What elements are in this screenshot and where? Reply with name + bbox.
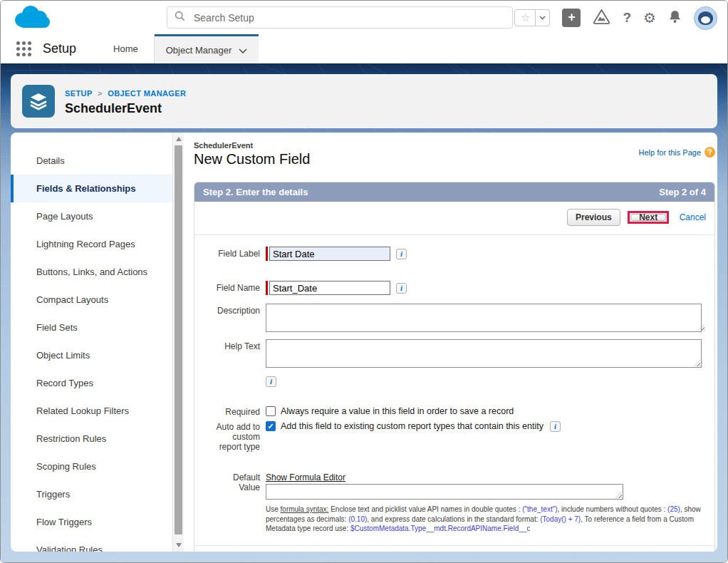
help-for-this-page-link[interactable]: Help for this Page ? — [639, 147, 715, 157]
page-header: SchedulerEvent New Custom Field Help for… — [194, 141, 715, 167]
description-label: Description — [203, 304, 260, 316]
sidebar-item-page-layouts[interactable]: Page Layouts — [11, 202, 184, 230]
info-icon[interactable]: i — [550, 421, 561, 432]
sidebar-item-validation-rules[interactable]: Validation Rules — [11, 536, 184, 552]
setup-canvas: SETUP > OBJECT MANAGER SchedulerEvent De… — [1, 63, 727, 562]
setup-gear-icon[interactable]: ⚙ — [643, 11, 656, 25]
salesforce-cloud-logo[interactable] — [12, 4, 51, 33]
default-value-textarea[interactable] — [266, 484, 623, 500]
setup-nav-bar: Setup Home Object Manager — [1, 34, 727, 63]
global-actions: ☆ + ? ⚙ — [514, 6, 717, 30]
sidebar-item-compact-layouts[interactable]: Compact Layouts — [11, 286, 184, 314]
main-panel: SchedulerEvent New Custom Field Help for… — [184, 133, 717, 552]
app-launcher-icon[interactable] — [16, 41, 31, 56]
required-indicator — [266, 247, 268, 261]
hint-token[interactable]: (0.10) — [348, 515, 367, 523]
sidebar-item-buttons-links-and-actions[interactable]: Buttons, Links, and Actions — [11, 258, 184, 286]
sidebar-item-restriction-rules[interactable]: Restriction Rules — [11, 425, 184, 453]
help-question-icon[interactable]: ? — [623, 10, 631, 26]
sidebar-nav: DetailsFields & RelationshipsPage Layout… — [11, 147, 184, 552]
help-orange-icon: ? — [704, 147, 715, 157]
sidebar-scrollbar[interactable] — [172, 133, 184, 552]
object-layers-icon — [22, 85, 55, 118]
cancel-link[interactable]: Cancel — [680, 212, 706, 222]
formula-syntax-link[interactable]: formula syntax: — [281, 505, 329, 513]
sidebar-item-lightning-record-pages[interactable]: Lightning Record Pages — [11, 230, 184, 258]
hint-text: , include numbers without quotes : — [558, 505, 668, 513]
global-search-input[interactable]: Search Setup — [167, 6, 513, 29]
sidebar-item-scoping-rules[interactable]: Scoping Rules — [11, 453, 184, 480]
next-button-highlight: Next — [628, 211, 669, 224]
help-link-label: Help for this Page — [639, 148, 701, 157]
search-icon — [175, 11, 185, 24]
previous-button[interactable]: Previous — [567, 209, 620, 226]
sidebar-item-record-types[interactable]: Record Types — [11, 369, 184, 397]
app-window: Search Setup ☆ + ? ⚙ — [0, 0, 728, 563]
wizard-form: Field Label i Field Name i — [194, 235, 714, 545]
wizard-box: Step 2. Enter the details Step 2 of 4 Pr… — [194, 182, 715, 552]
field-name-input[interactable] — [269, 281, 390, 295]
default-value-label: Default Value — [220, 470, 260, 492]
formula-syntax-hint: Use formula syntax: Enclose text and pic… — [266, 505, 706, 534]
notifications-bell-icon[interactable] — [668, 9, 682, 27]
required-checkbox[interactable] — [266, 406, 276, 416]
description-textarea[interactable] — [266, 304, 702, 332]
favorites-dropdown-icon[interactable] — [536, 9, 550, 26]
tab-home[interactable]: Home — [98, 34, 155, 63]
required-checkbox-label: Always require a value in this field in … — [281, 406, 514, 416]
hint-token[interactable]: ("the_text") — [522, 505, 557, 513]
hint-text: , and express date calculations in the s… — [367, 515, 540, 523]
hint-token[interactable]: (Today() + 7) — [540, 515, 581, 523]
field-label-label: Field Label — [203, 247, 260, 259]
wizard-step-indicator: Step 2 of 4 — [659, 187, 706, 197]
sidebar-item-flow-triggers[interactable]: Flow Triggers — [11, 508, 184, 536]
wizard-bottom-buttons: Previous Next Cancel — [194, 545, 714, 552]
trailhead-icon[interactable] — [593, 9, 610, 28]
content-card: DetailsFields & RelationshipsPage Layout… — [11, 133, 717, 552]
field-label-input[interactable] — [269, 247, 390, 261]
sidebar-item-triggers[interactable]: Triggers — [11, 480, 184, 508]
object-title: SchedulerEvent — [65, 101, 186, 116]
breadcrumb-object-manager-link[interactable]: OBJECT MANAGER — [108, 89, 186, 98]
breadcrumb-separator: > — [98, 89, 103, 98]
tab-object-manager[interactable]: Object Manager — [155, 34, 259, 63]
hint-token[interactable]: (25) — [667, 505, 680, 513]
scroll-down-icon[interactable] — [176, 543, 182, 547]
sidebar-item-field-sets[interactable]: Field Sets — [11, 314, 184, 341]
help-text-label: Help Text — [203, 339, 260, 351]
auto-add-checkbox[interactable]: ✓ — [266, 421, 276, 431]
info-icon[interactable]: i — [396, 283, 407, 294]
next-button[interactable]: Next — [630, 214, 666, 221]
required-label: Required — [203, 405, 260, 417]
sidebar-item-fields-relationships[interactable]: Fields & Relationships — [11, 175, 184, 202]
field-name-label: Field Name — [203, 281, 260, 293]
object-header-card: SETUP > OBJECT MANAGER SchedulerEvent — [11, 74, 717, 128]
favorites-star-icon[interactable]: ☆ — [514, 9, 536, 26]
hint-token[interactable]: $CustomMetadata.Type__mdt.RecordAPIName.… — [350, 525, 530, 532]
object-sidebar: DetailsFields & RelationshipsPage Layout… — [11, 133, 184, 552]
auto-add-label: Auto add to custom report type — [210, 420, 260, 452]
sidebar-item-related-lookup-filters[interactable]: Related Lookup Filters — [11, 397, 184, 425]
scroll-up-icon[interactable] — [176, 137, 182, 141]
wizard-top-buttons: Previous Next Cancel — [194, 202, 714, 235]
breadcrumb: SETUP > OBJECT MANAGER — [65, 89, 186, 98]
hint-text: Enclose text and picklist value API name… — [328, 505, 522, 513]
hint-text: Use — [266, 505, 281, 513]
required-indicator — [266, 281, 268, 295]
show-formula-editor-link[interactable]: Show Formula Editor — [266, 472, 345, 482]
chevron-down-icon[interactable] — [239, 45, 247, 56]
search-placeholder: Search Setup — [194, 12, 254, 24]
wizard-header: Step 2. Enter the details Step 2 of 4 — [194, 182, 714, 202]
breadcrumb-setup-link[interactable]: SETUP — [65, 89, 92, 98]
info-icon[interactable]: i — [396, 249, 407, 259]
global-actions-plus-icon[interactable]: + — [562, 9, 581, 27]
auto-add-checkbox-label: Add this field to existing custom report… — [281, 421, 544, 431]
sidebar-item-details[interactable]: Details — [11, 147, 184, 175]
user-avatar[interactable] — [694, 6, 717, 30]
info-icon[interactable]: i — [266, 376, 276, 387]
global-header: Search Setup ☆ + ? ⚙ — [1, 1, 727, 34]
sidebar-item-object-limits[interactable]: Object Limits — [11, 341, 184, 369]
help-text-textarea[interactable] — [266, 339, 702, 368]
scrollbar-thumb[interactable] — [175, 145, 182, 534]
tab-object-manager-label: Object Manager — [166, 45, 232, 56]
